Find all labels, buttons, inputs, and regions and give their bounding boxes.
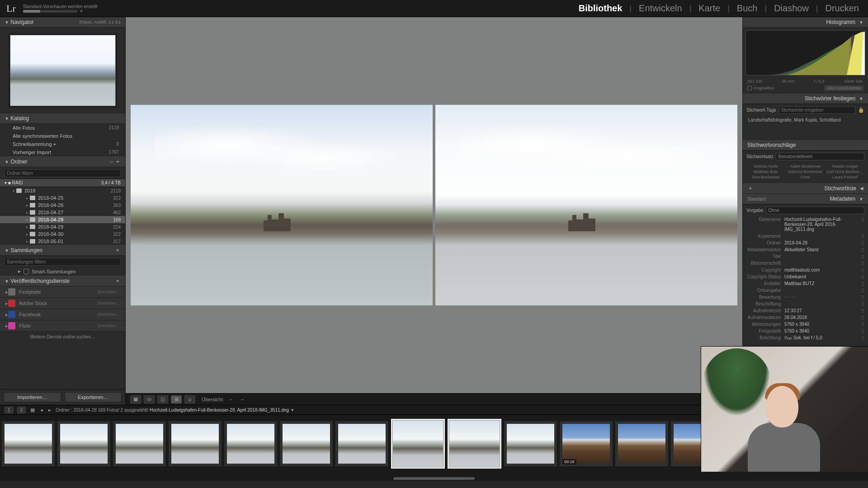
metadata-row[interactable]: ErstellerMatthias BUTZ⣿: [743, 280, 868, 287]
catalog-row[interactable]: Vorheriger Import1797: [0, 148, 125, 156]
film-thumb[interactable]: [169, 421, 222, 466]
film-thumb[interactable]: [280, 421, 333, 466]
grid-icon[interactable]: ▦: [29, 407, 36, 413]
kw-suggestions-header[interactable]: Stichwortvorschläge: [743, 140, 868, 150]
module-drucken[interactable]: Drucken: [823, 2, 862, 14]
film-thumb[interactable]: [448, 419, 501, 469]
folder-date[interactable]: ▸2018-04-27462: [0, 209, 125, 216]
metadata-row[interactable]: Freigestellt5760 x 3840⣿: [743, 328, 868, 334]
navigator-thumbnail[interactable]: [10, 35, 116, 106]
metadata-row[interactable]: Copyright-StatusUnbekannt⣿: [743, 273, 868, 280]
monitor-1-button[interactable]: 1: [5, 407, 14, 413]
import-button[interactable]: Importieren…: [4, 392, 61, 402]
kw-suggestion[interactable]: Sina Benkesser: [747, 175, 784, 179]
next-arrow-icon[interactable]: →: [238, 397, 247, 402]
metadata-row[interactable]: Beschriftung⣿: [743, 300, 868, 307]
film-thumb[interactable]: [504, 421, 557, 466]
kw-suggestion[interactable]: Adam Benkesser: [787, 164, 824, 169]
kw-suggestion[interactable]: Matthias Butz: [747, 169, 784, 174]
meta-preset-select[interactable]: [766, 206, 864, 214]
prev-arrow-icon[interactable]: ←: [227, 397, 236, 402]
volume-row[interactable]: ▾ ■ RAID 3,4 / 4 TB: [0, 178, 125, 187]
metadata-row[interactable]: Ortsangabe⣿: [743, 287, 868, 294]
publish-service[interactable]: ▸Adobe StockEinrichten…: [0, 298, 125, 309]
back-icon[interactable]: ◂: [39, 407, 44, 413]
collections-header[interactable]: ▼ Sammlungen +: [0, 245, 125, 256]
catalog-row[interactable]: Alle synchronisierten Fotos: [0, 132, 125, 140]
histogram[interactable]: [745, 30, 865, 75]
folders-plus-icon[interactable]: +: [114, 158, 121, 165]
keywords-header[interactable]: Stichwörter festlegen▼: [743, 94, 868, 104]
people-view-button[interactable]: ☺: [184, 395, 195, 404]
metadata-row[interactable]: Aufnahmedatum28.04.2018⣿: [743, 314, 868, 321]
lock-icon[interactable]: 🔒: [858, 107, 864, 113]
preview-image-right[interactable]: [435, 105, 737, 305]
kw-suggestion[interactable]: Laura Polstorf: [826, 175, 863, 179]
film-thumb[interactable]: [57, 421, 110, 466]
compare-canvas[interactable]: [126, 17, 742, 393]
kw-suggestion[interactable]: Karl Horst Benkesser: [826, 169, 863, 174]
histogram-header[interactable]: Histogramm▼: [743, 17, 868, 28]
monitor-2-button[interactable]: 2: [17, 407, 26, 413]
metadata-row[interactable]: Aufnahmezeit12:33:27⣿: [743, 307, 868, 314]
kw-tags-input[interactable]: [779, 106, 855, 114]
collections-search-input[interactable]: [5, 258, 121, 266]
metadata-row[interactable]: MetadatenstatusAktuellster Stand⣿: [743, 246, 868, 253]
compare-view-button[interactable]: ◫: [157, 395, 168, 404]
export-button[interactable]: Exportieren…: [65, 392, 122, 402]
original-photo-label[interactable]: Originalfoto: [754, 86, 774, 90]
kw-suggestion[interactable]: Melissa Kiefe: [747, 164, 784, 169]
reset-all-button[interactable]: Alles zurücksetzen: [824, 85, 863, 91]
film-thumb[interactable]: 00:19: [560, 421, 613, 466]
film-thumb[interactable]: [391, 419, 445, 469]
folder-year[interactable]: ▾20182119: [0, 187, 125, 194]
collections-plus-icon[interactable]: +: [114, 247, 121, 253]
survey-view-button[interactable]: ⊞: [171, 395, 182, 404]
kw-list-header[interactable]: + Stichwortliste◀: [743, 183, 868, 194]
folder-date[interactable]: ▸2018-04-29224: [0, 223, 125, 230]
publish-plus-icon[interactable]: +: [114, 277, 121, 284]
forward-icon[interactable]: ▸: [47, 407, 52, 413]
folder-date[interactable]: ▸2018-04-30322: [0, 230, 125, 238]
film-thumb[interactable]: [615, 421, 668, 466]
module-karte[interactable]: Karte: [696, 2, 723, 14]
kw-applied[interactable]: Landschaftsfotografie, Mark Kupla, Schot…: [743, 116, 868, 140]
metadata-header[interactable]: Standard Metadaten▼: [743, 194, 868, 204]
folder-date[interactable]: ▸2018-04-28169: [0, 216, 125, 223]
folder-date[interactable]: ▸2018-04-26363: [0, 202, 125, 209]
folders-minus-icon[interactable]: –: [108, 158, 114, 165]
folder-date[interactable]: ▸2018-04-25322: [0, 194, 125, 202]
catalog-row[interactable]: Schnellsammlung +0: [0, 140, 125, 148]
film-thumb[interactable]: [113, 421, 166, 466]
more-services-link[interactable]: Weitere Dienste online suchen…: [0, 332, 125, 342]
module-entwickeln[interactable]: Entwickeln: [636, 2, 685, 14]
metadata-row[interactable]: Bildunterschrift⣿: [743, 260, 868, 267]
grid-view-button[interactable]: ▦: [130, 395, 141, 404]
publish-service[interactable]: ▸FacebookEinrichten…: [0, 309, 125, 320]
module-bibliothek[interactable]: Bibliothek: [576, 2, 625, 14]
metadata-row[interactable]: Belichtung¹⁄₆₄₀ Sek. bei f / 5,0⣿: [743, 334, 868, 341]
kw-suggestion[interactable]: Sabrina Benkesser: [787, 169, 824, 174]
metadata-row[interactable]: Bewertung· · · · ·⣿: [743, 294, 868, 300]
metadata-row[interactable]: Ordner2018-04-28⣿: [743, 239, 868, 246]
metadata-row[interactable]: Kopiename⣿: [743, 233, 868, 239]
kw-list-plus-icon[interactable]: +: [747, 185, 754, 192]
film-thumb[interactable]: [2, 421, 55, 466]
publish-header[interactable]: ▼ Veröffentlichungsdienste +: [0, 276, 125, 286]
kw-suggestion[interactable]: Ernst: [787, 175, 824, 179]
publish-service[interactable]: ▸FlickrEinrichten…: [0, 320, 125, 332]
metadata-row[interactable]: Titel⣿: [743, 253, 868, 260]
kw-set-select[interactable]: [776, 153, 864, 160]
chevron-down-icon[interactable]: ▾: [290, 407, 295, 413]
navigator-header[interactable]: ▼ Navigator Einpas. Ausfüll. 1:1 3:1: [0, 17, 125, 28]
catalog-header[interactable]: ▼ Katalog: [0, 113, 125, 124]
module-buch[interactable]: Buch: [734, 2, 760, 14]
kw-suggestion[interactable]: Natalie Geiger: [826, 164, 863, 169]
filmstrip-path[interactable]: Ordner : 2018-04-28 169 Fotos/ 2 ausgewä…: [56, 407, 295, 413]
folders-header[interactable]: ▼ Ordner –+: [0, 156, 125, 167]
publish-service[interactable]: ▸FestplatteEinrichten…: [0, 286, 125, 298]
close-icon[interactable]: ×: [80, 9, 83, 14]
smart-collections[interactable]: ▸Smart-Sammlungen: [0, 267, 125, 276]
metadata-row[interactable]: DateinameHochzeit-Ludwigshafen-Full-Benk…: [743, 216, 868, 233]
folder-date[interactable]: ▸2018-05-01317: [0, 238, 125, 245]
